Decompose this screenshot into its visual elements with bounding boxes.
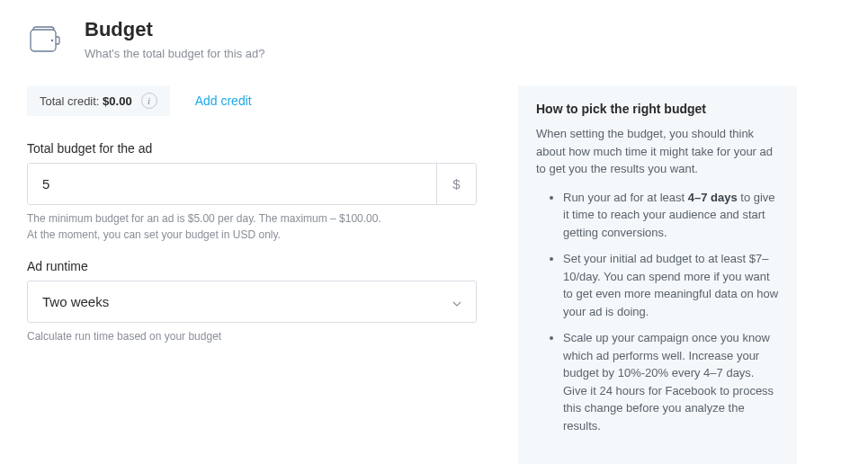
runtime-helper: Calculate run time based on your budget (27, 328, 477, 344)
form-column: Total credit: $0.00 i Add credit Total b… (27, 85, 477, 361)
tips-intro: When setting the budget, you should thin… (536, 125, 779, 178)
add-credit-link[interactable]: Add credit (195, 94, 252, 108)
page-header: Budget What's the total budget for this … (27, 18, 841, 60)
chevron-down-icon (452, 294, 461, 310)
svg-point-1 (51, 40, 53, 41)
budget-helper-1: The minimum budget for an ad is $5.00 pe… (27, 210, 477, 227)
tips-list-item: Run your ad for at least 4–7 days to giv… (563, 189, 779, 242)
budget-input[interactable] (28, 164, 436, 204)
runtime-label: Ad runtime (27, 259, 477, 273)
currency-symbol: $ (436, 164, 476, 204)
runtime-value: Two weeks (28, 281, 476, 322)
budget-field-group: Total budget for the ad $ The minimum bu… (27, 141, 477, 243)
tips-panel: How to pick the right budget When settin… (518, 85, 797, 464)
tips-list-item: Scale up your campaign once you know whi… (563, 329, 779, 434)
runtime-field-group: Ad runtime Two weeks Calculate run time … (27, 259, 477, 344)
info-icon[interactable]: i (141, 93, 157, 109)
credit-bar: Total credit: $0.00 i Add credit (27, 85, 477, 116)
runtime-select[interactable]: Two weeks (27, 281, 477, 323)
budget-label: Total budget for the ad (27, 141, 477, 156)
tips-title: How to pick the right budget (536, 102, 779, 116)
credit-amount: $0.00 (103, 94, 132, 108)
tips-list-item: Set your initial ad budget to at least $… (563, 250, 779, 320)
page-title: Budget (85, 18, 265, 41)
wallet-icon (27, 22, 63, 58)
total-credit-badge: Total credit: $0.00 i (27, 85, 170, 116)
credit-label: Total credit: (40, 94, 103, 108)
budget-helper-2: At the moment, you can set your budget i… (27, 227, 477, 243)
page-subtitle: What's the total budget for this ad? (85, 47, 265, 60)
